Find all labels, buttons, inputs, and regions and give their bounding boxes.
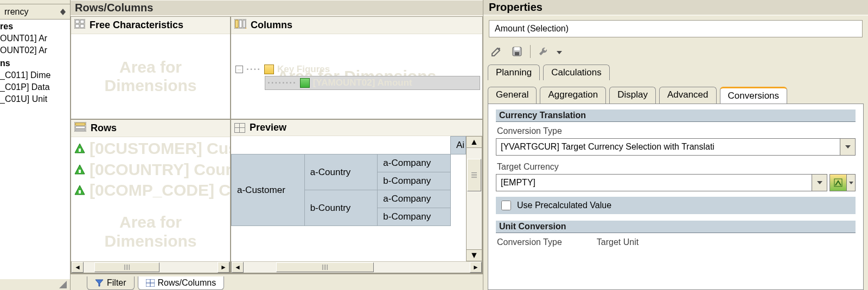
- columns-box[interactable]: Columns Area for Dimensions − ···· Key F…: [231, 16, 483, 119]
- key-figure-item-selected[interactable]: ········ [YAMOUNT02] Amount: [265, 76, 480, 90]
- svg-rect-15: [75, 126, 85, 128]
- left-expand-handle[interactable]: [0, 279, 70, 290]
- edit-icon[interactable]: [489, 44, 504, 59]
- scroll-left-button[interactable]: ◄: [72, 262, 84, 273]
- tab-display[interactable]: Display: [609, 87, 656, 104]
- watermark-text: Area for Dimensions: [71, 58, 230, 95]
- preview-corner: Ai: [451, 137, 466, 154]
- tab-filter[interactable]: Filter: [87, 276, 135, 290]
- rows-scrollbar[interactable]: ◄ ►: [71, 261, 230, 273]
- svg-rect-29: [514, 47, 520, 50]
- tab-advanced[interactable]: Advanced: [659, 87, 717, 104]
- preview-box: Preview Ai a-Customer a-Country: [231, 119, 483, 274]
- left-item[interactable]: _C01U] Unit: [0, 93, 70, 105]
- svg-marker-33: [817, 181, 822, 184]
- row-characteristic[interactable]: [0CUSTOMER] Custom: [74, 139, 227, 158]
- left-item[interactable]: _C011] Dime: [0, 69, 70, 81]
- target-currency-variable-dropdown[interactable]: [847, 174, 856, 191]
- scroll-up-button[interactable]: ▲: [466, 136, 482, 148]
- scroll-thumb[interactable]: [276, 262, 374, 272]
- scroll-track[interactable]: [84, 262, 218, 273]
- conversion-type-dropdown[interactable]: [840, 138, 856, 156]
- row-characteristic-label: [0COMP_CODE] Comp.: [90, 181, 231, 200]
- key-figures-label: Key Figures: [277, 64, 330, 75]
- characteristic-icon: [74, 185, 85, 196]
- tab-label: Conversions: [728, 91, 780, 101]
- columns-tree[interactable]: − ···· Key Figures ········ [YAMOUNT02] …: [231, 60, 482, 93]
- properties-toolbar: [483, 42, 868, 61]
- use-precalculated-checkbox[interactable]: [501, 201, 511, 210]
- tab-conversions[interactable]: Conversions: [720, 87, 788, 104]
- properties-panel: Properties Planning Calculations General…: [483, 0, 868, 290]
- scroll-left-button[interactable]: ◄: [232, 262, 244, 273]
- scroll-track[interactable]: [244, 262, 470, 273]
- tab-label: Display: [617, 89, 648, 100]
- scroll-thumb[interactable]: [467, 159, 481, 191]
- bottom-tab-bar: Filter Rows/Columns: [71, 274, 483, 290]
- use-precalculated-label: Use Precalculated Value: [517, 201, 611, 210]
- preview-vscrollbar[interactable]: ▲ ▼: [466, 136, 482, 261]
- rows-drop[interactable]: Area for Dimensions [0CUSTOMER] Custom […: [71, 137, 230, 261]
- row-characteristic[interactable]: [0COMP_CODE] Comp.: [74, 181, 227, 200]
- toolbar-dropdown-icon[interactable]: [557, 47, 562, 56]
- preview-label: Preview: [250, 122, 286, 133]
- svg-rect-6: [75, 24, 79, 28]
- rows-label: Rows: [91, 123, 117, 134]
- left-sort-header[interactable]: rrency: [0, 4, 70, 20]
- selection-name-field[interactable]: [489, 20, 863, 37]
- tab-general[interactable]: General: [488, 87, 537, 104]
- left-item[interactable]: _C01P] Data: [0, 81, 70, 93]
- svg-point-27: [498, 48, 500, 50]
- free-characteristics-box[interactable]: Free Characteristics Area for Dimensions: [71, 16, 231, 119]
- scroll-right-button[interactable]: ►: [470, 262, 482, 273]
- tab-planning[interactable]: Planning: [488, 65, 540, 80]
- svg-rect-10: [239, 20, 242, 28]
- scroll-down-button[interactable]: ▼: [466, 249, 482, 261]
- tab-aggregation[interactable]: Aggregation: [540, 87, 606, 104]
- tab-label: Aggregation: [548, 89, 598, 100]
- free-characteristics-drop[interactable]: Area for Dimensions: [71, 34, 230, 119]
- svg-rect-18: [79, 149, 81, 152]
- columns-drop[interactable]: Area for Dimensions − ···· Key Figures ·…: [231, 34, 482, 119]
- key-figure-icon: [300, 78, 310, 88]
- tab-rows-columns-label: Rows/Columns: [158, 278, 216, 288]
- row-characteristic[interactable]: [0COUNTRY] Country: [74, 160, 227, 179]
- use-precalculated-row[interactable]: Use Precalculated Value: [496, 197, 856, 214]
- columns-label: Columns: [251, 20, 292, 31]
- svg-rect-11: [243, 20, 245, 28]
- tab-label: Planning: [496, 67, 532, 78]
- key-figures-node[interactable]: − ···· Key Figures: [233, 63, 480, 76]
- funnel-icon: [95, 279, 104, 287]
- scroll-track[interactable]: [466, 148, 482, 249]
- preview-cell: a-Company: [378, 190, 451, 208]
- left-tree-list[interactable]: res OUNT01] Ar OUNT02] Ar ns _C011] Dime…: [0, 20, 70, 279]
- target-currency-variable-button[interactable]: [829, 174, 847, 191]
- tab-calculations[interactable]: Calculations: [543, 65, 610, 80]
- preview-cell: b-Company: [378, 208, 451, 226]
- key-figure-label: [YAMOUNT02] Amount: [313, 78, 412, 88]
- conversions-tab-body: Currency Translation Conversion Type Tar…: [488, 104, 864, 290]
- scroll-right-button[interactable]: ►: [218, 262, 229, 273]
- currency-translation-group: Currency Translation: [496, 109, 856, 122]
- svg-rect-7: [80, 24, 84, 28]
- target-currency-field[interactable]: [496, 174, 812, 191]
- rows-box[interactable]: Rows Area for Dimensions [0CUSTOMER] Cus…: [71, 119, 231, 274]
- target-currency-label: Target Currency: [496, 161, 856, 174]
- collapse-icon[interactable]: −: [235, 66, 243, 73]
- tab-rows-columns[interactable]: Rows/Columns: [138, 276, 225, 290]
- save-icon[interactable]: [509, 44, 525, 59]
- svg-rect-16: [75, 130, 85, 131]
- tab-label: Calculations: [551, 67, 602, 78]
- unit-conversion-group: Unit Conversion: [496, 221, 856, 233]
- wrench-icon[interactable]: [536, 44, 551, 59]
- scroll-thumb[interactable]: [94, 262, 159, 272]
- toolbar-separator: [530, 45, 531, 58]
- preview-cell: a-Country: [304, 154, 378, 190]
- conversion-type-field[interactable]: [496, 138, 840, 156]
- sort-icon: [60, 9, 66, 15]
- preview-hscrollbar[interactable]: ◄ ►: [231, 261, 482, 273]
- left-item[interactable]: OUNT02] Ar: [0, 44, 70, 56]
- preview-cell: a-Company: [378, 154, 451, 172]
- target-currency-dropdown[interactable]: [812, 174, 827, 191]
- left-item[interactable]: OUNT01] Ar: [0, 33, 70, 44]
